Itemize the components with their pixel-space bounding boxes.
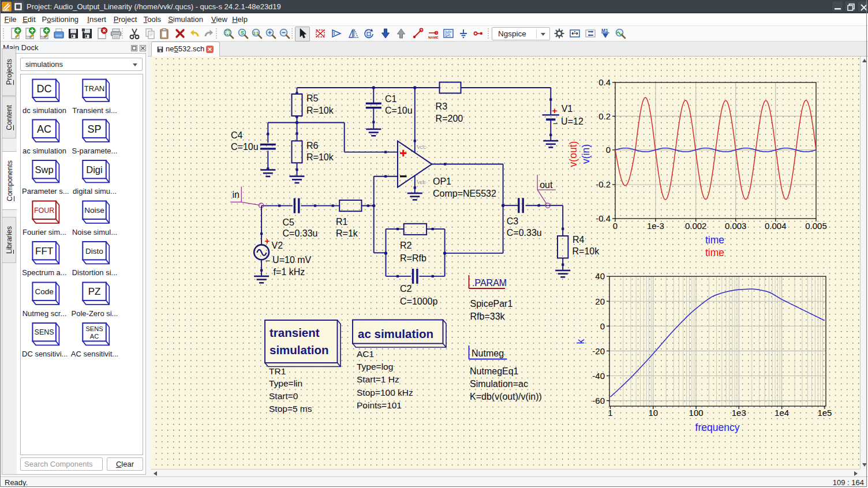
svg-text:R2: R2 [400,241,412,250]
svg-text:20: 20 [595,296,605,306]
svg-text:R3: R3 [436,102,448,111]
svg-text:−: − [265,256,271,265]
svg-text:R5: R5 [306,93,319,103]
svg-text:R=10k: R=10k [573,246,600,256]
svg-text:SENS: SENS [35,328,54,336]
svg-text:out: out [540,180,553,190]
svg-text:SpicePar1: SpicePar1 [470,299,513,309]
svg-text:R1: R1 [336,217,348,227]
svg-text:txt: txt [27,35,31,38]
svg-text:U=10 mV: U=10 mV [272,255,311,265]
svg-text:C=10u: C=10u [231,142,259,152]
svg-text:-40: -40 [592,371,605,381]
svg-text:-20: -20 [592,346,605,356]
svg-text:u+i: u+i [446,33,451,37]
svg-text:TRAN: TRAN [84,84,104,92]
svg-text:10: 10 [648,408,658,418]
svg-text:−: − [553,118,558,128]
svg-text:R=200: R=200 [436,114,463,123]
svg-text:simulation: simulation [270,343,329,356]
svg-text:1e4: 1e4 [775,408,789,418]
svg-text:K=db(v(out)/v(in)): K=db(v(out)/v(in)) [470,392,542,401]
svg-text:TR1: TR1 [269,366,286,376]
svg-text:f=1 kHz: f=1 kHz [274,267,305,277]
svg-text:DC: DC [37,82,52,94]
svg-text:in: in [233,190,240,200]
svg-text:C4: C4 [231,130,243,140]
svg-text:Type=log: Type=log [357,362,393,371]
svg-text:v(in): v(in) [580,144,592,164]
svg-text:C5: C5 [283,217,295,227]
svg-text:C1: C1 [385,94,397,104]
svg-text:U=12: U=12 [561,117,583,126]
svg-text:1e-3: 1e-3 [647,221,664,231]
svg-text:1e3: 1e3 [732,408,746,418]
svg-text:C3: C3 [507,216,519,226]
svg-text:SENS: SENS [86,325,103,332]
svg-text:S: S [241,30,244,36]
svg-text:.PARAM: .PARAM [472,278,507,288]
svg-text:Swp: Swp [35,164,54,174]
svg-text:Start=1 Hz: Start=1 Hz [357,374,399,384]
svg-text:Nutmeg: Nutmeg [472,348,504,358]
svg-text:transient: transient [270,326,320,339]
svg-text:1e5: 1e5 [817,408,832,418]
svg-text:V2: V2 [272,241,283,250]
svg-text:Digi: Digi [86,164,102,174]
svg-text:1: 1 [608,408,612,418]
svg-text:0: 0 [606,145,611,155]
svg-text:0: 0 [613,221,618,231]
svg-text:V1: V1 [562,104,573,114]
svg-text:FFT: FFT [35,245,53,256]
svg-text:AC: AC [90,333,99,340]
svg-text:0: 0 [600,321,605,331]
svg-text:-60: -60 [592,396,605,406]
svg-text:v(out): v(out) [567,141,579,167]
svg-text:Rfb=33k: Rfb=33k [470,311,506,321]
svg-text:+: + [265,236,270,246]
svg-text:1:1: 1:1 [253,31,259,35]
svg-text:AC1: AC1 [357,349,374,359]
svg-text:Simulation=ac: Simulation=ac [470,379,528,389]
svg-text:FOUR: FOUR [34,206,54,214]
svg-text:NutmegEq1: NutmegEq1 [470,366,519,376]
svg-text:Stop=100 kHz: Stop=100 kHz [357,388,413,397]
svg-text:Stop=5 ms: Stop=5 ms [269,404,312,414]
svg-text:ac simulation: ac simulation [358,327,433,340]
svg-text:Code: Code [35,287,53,296]
svg-text:k: k [575,339,586,344]
svg-text:R=Rfb: R=Rfb [400,253,426,263]
svg-text:R=10k: R=10k [306,106,334,115]
svg-text:VEE·: VEE· [417,180,428,185]
svg-text:R6: R6 [306,141,319,151]
svg-text:R=10k: R=10k [306,152,334,162]
svg-text:C=0.33u: C=0.33u [283,228,318,238]
svg-text:40: 40 [595,271,605,281]
svg-text:-0.4: -0.4 [596,213,611,223]
svg-text:Comp=NE5532: Comp=NE5532 [433,189,496,198]
svg-text:100: 100 [689,408,704,418]
svg-text:+: + [552,106,558,115]
svg-text:C=1000p: C=1000p [400,296,437,306]
svg-text:Disto: Disto [85,246,103,255]
svg-text:0.002: 0.002 [685,221,707,231]
svg-text:C2: C2 [400,284,412,294]
svg-text:Noise: Noise [84,206,104,215]
svg-text:0.4: 0.4 [598,77,611,87]
svg-text:0.004: 0.004 [765,221,787,231]
svg-text:Start=0: Start=0 [269,391,298,401]
svg-text:0.003: 0.003 [725,221,747,231]
svg-text:AC: AC [37,123,51,134]
svg-text:qucs: qucs [3,9,9,12]
svg-text:-0.2: -0.2 [596,179,611,189]
svg-text:time: time [705,247,724,258]
svg-text:PZ: PZ [88,286,101,297]
svg-text:NAME: NAME [428,36,439,39]
svg-text:OP1: OP1 [433,177,451,186]
svg-text:C=0.33u: C=0.33u [507,228,542,238]
svg-text:sym: sym [40,35,47,38]
svg-text:Type=lin: Type=lin [269,378,302,388]
svg-text:frequency: frequency [695,422,740,433]
svg-text:SP: SP [87,123,101,134]
svg-text:VCC·: VCC· [417,145,428,150]
